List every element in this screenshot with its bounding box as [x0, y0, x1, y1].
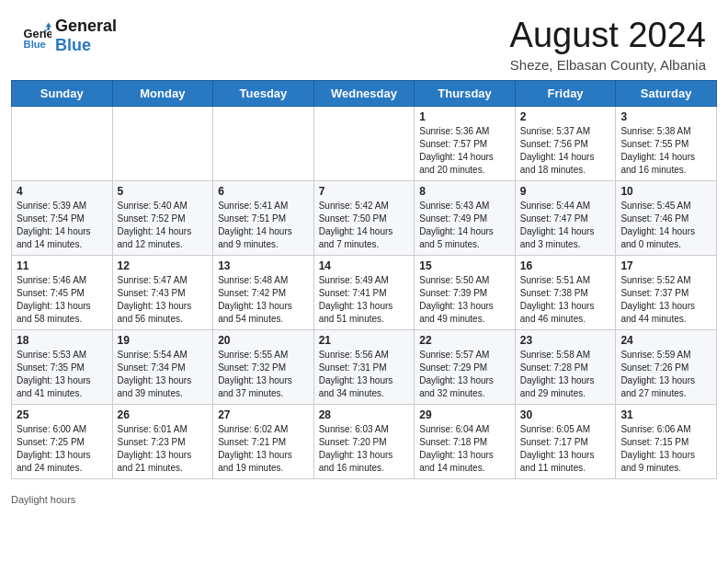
day-number: 12 [118, 259, 209, 272]
footer-note: Daylight hours [0, 490, 728, 512]
day-number: 15 [419, 259, 510, 272]
header-row: SundayMondayTuesdayWednesdayThursdayFrid… [12, 80, 717, 106]
calendar-cell: 19Sunrise: 5:54 AM Sunset: 7:34 PM Dayli… [112, 329, 213, 404]
day-of-week-header: Thursday [415, 80, 516, 106]
day-number: 2 [520, 110, 611, 123]
day-number: 17 [620, 259, 711, 272]
day-number: 20 [218, 334, 309, 347]
calendar-cell: 15Sunrise: 5:50 AM Sunset: 7:39 PM Dayli… [415, 255, 516, 329]
day-info: Sunrise: 5:43 AM Sunset: 7:49 PM Dayligh… [419, 200, 510, 251]
calendar-cell: 31Sunrise: 6:06 AM Sunset: 7:15 PM Dayli… [616, 404, 717, 478]
svg-text:Blue: Blue [24, 38, 46, 49]
day-number: 26 [118, 408, 209, 421]
day-number: 31 [620, 408, 711, 421]
calendar-cell: 4Sunrise: 5:39 AM Sunset: 7:54 PM Daylig… [12, 180, 113, 255]
day-info: Sunrise: 6:02 AM Sunset: 7:21 PM Dayligh… [218, 423, 309, 475]
calendar-cell: 1Sunrise: 5:36 AM Sunset: 7:57 PM Daylig… [415, 106, 516, 180]
calendar-header: SundayMondayTuesdayWednesdayThursdayFrid… [12, 80, 717, 106]
calendar-cell: 13Sunrise: 5:48 AM Sunset: 7:42 PM Dayli… [213, 255, 314, 329]
day-number: 1 [419, 110, 510, 123]
calendar-cell: 3Sunrise: 5:38 AM Sunset: 7:55 PM Daylig… [616, 106, 717, 180]
calendar-wrap: SundayMondayTuesdayWednesdayThursdayFrid… [0, 80, 728, 490]
day-info: Sunrise: 5:36 AM Sunset: 7:57 PM Dayligh… [419, 125, 510, 177]
calendar-cell: 29Sunrise: 6:04 AM Sunset: 7:18 PM Dayli… [415, 404, 516, 478]
title-block: August 2024 Sheze, Elbasan County, Alban… [510, 17, 706, 73]
day-number: 28 [319, 408, 410, 421]
day-info: Sunrise: 5:48 AM Sunset: 7:42 PM Dayligh… [218, 274, 309, 326]
calendar-week-row: 11Sunrise: 5:46 AM Sunset: 7:45 PM Dayli… [12, 255, 717, 329]
day-info: Sunrise: 5:52 AM Sunset: 7:37 PM Dayligh… [620, 274, 711, 326]
day-of-week-header: Friday [515, 80, 616, 106]
day-number: 21 [319, 334, 410, 347]
main-title: August 2024 [510, 17, 706, 55]
day-info: Sunrise: 5:46 AM Sunset: 7:45 PM Dayligh… [17, 274, 108, 326]
calendar-cell: 30Sunrise: 6:05 AM Sunset: 7:17 PM Dayli… [515, 404, 616, 478]
day-info: Sunrise: 5:53 AM Sunset: 7:35 PM Dayligh… [17, 349, 108, 400]
subtitle: Sheze, Elbasan County, Albania [510, 57, 706, 73]
day-of-week-header: Monday [112, 80, 213, 106]
day-number: 5 [118, 185, 209, 198]
calendar-cell: 18Sunrise: 5:53 AM Sunset: 7:35 PM Dayli… [12, 329, 113, 404]
day-info: Sunrise: 5:59 AM Sunset: 7:26 PM Dayligh… [620, 349, 711, 400]
header: General Blue General Blue August 2024 Sh… [0, 0, 728, 80]
calendar-cell: 26Sunrise: 6:01 AM Sunset: 7:23 PM Dayli… [112, 404, 213, 478]
day-number: 3 [620, 110, 711, 123]
day-of-week-header: Tuesday [213, 80, 314, 106]
day-number: 23 [520, 334, 611, 347]
calendar-cell: 22Sunrise: 5:57 AM Sunset: 7:29 PM Dayli… [415, 329, 516, 404]
day-info: Sunrise: 5:40 AM Sunset: 7:52 PM Dayligh… [118, 200, 209, 251]
day-number: 30 [520, 408, 611, 421]
day-info: Sunrise: 5:45 AM Sunset: 7:46 PM Dayligh… [620, 200, 711, 251]
day-info: Sunrise: 5:51 AM Sunset: 7:38 PM Dayligh… [520, 274, 611, 326]
calendar-cell: 10Sunrise: 5:45 AM Sunset: 7:46 PM Dayli… [616, 180, 717, 255]
calendar-cell: 12Sunrise: 5:47 AM Sunset: 7:43 PM Dayli… [112, 255, 213, 329]
calendar-week-row: 1Sunrise: 5:36 AM Sunset: 7:57 PM Daylig… [12, 106, 717, 180]
calendar-cell: 11Sunrise: 5:46 AM Sunset: 7:45 PM Dayli… [12, 255, 113, 329]
day-info: Sunrise: 5:55 AM Sunset: 7:32 PM Dayligh… [218, 349, 309, 400]
calendar-cell: 28Sunrise: 6:03 AM Sunset: 7:20 PM Dayli… [313, 404, 415, 478]
logo-line2: Blue [55, 36, 117, 55]
day-info: Sunrise: 5:49 AM Sunset: 7:41 PM Dayligh… [319, 274, 410, 326]
logo-icon: General Blue [22, 21, 51, 51]
calendar-body: 1Sunrise: 5:36 AM Sunset: 7:57 PM Daylig… [12, 106, 717, 478]
calendar-cell: 14Sunrise: 5:49 AM Sunset: 7:41 PM Dayli… [313, 255, 415, 329]
day-info: Sunrise: 6:01 AM Sunset: 7:23 PM Dayligh… [118, 423, 209, 475]
day-number: 7 [319, 185, 410, 198]
day-info: Sunrise: 5:54 AM Sunset: 7:34 PM Dayligh… [118, 349, 209, 400]
page-wrapper: General Blue General Blue August 2024 Sh… [0, 0, 728, 512]
day-number: 4 [17, 185, 108, 198]
day-number: 6 [218, 185, 309, 198]
day-info: Sunrise: 6:04 AM Sunset: 7:18 PM Dayligh… [419, 423, 510, 475]
calendar-cell: 24Sunrise: 5:59 AM Sunset: 7:26 PM Dayli… [616, 329, 717, 404]
calendar-cell [313, 106, 415, 180]
day-number: 19 [118, 334, 209, 347]
day-number: 8 [419, 185, 510, 198]
day-number: 22 [419, 334, 510, 347]
day-info: Sunrise: 5:38 AM Sunset: 7:55 PM Dayligh… [620, 125, 711, 177]
logo-line1: General [55, 17, 117, 36]
calendar-cell: 23Sunrise: 5:58 AM Sunset: 7:28 PM Dayli… [515, 329, 616, 404]
day-info: Sunrise: 5:47 AM Sunset: 7:43 PM Dayligh… [118, 274, 209, 326]
day-info: Sunrise: 5:44 AM Sunset: 7:47 PM Dayligh… [520, 200, 611, 251]
calendar-cell: 25Sunrise: 6:00 AM Sunset: 7:25 PM Dayli… [12, 404, 113, 478]
calendar-cell [112, 106, 213, 180]
calendar-week-row: 18Sunrise: 5:53 AM Sunset: 7:35 PM Dayli… [12, 329, 717, 404]
calendar-week-row: 4Sunrise: 5:39 AM Sunset: 7:54 PM Daylig… [12, 180, 717, 255]
day-info: Sunrise: 5:42 AM Sunset: 7:50 PM Dayligh… [319, 200, 410, 251]
calendar-cell: 16Sunrise: 5:51 AM Sunset: 7:38 PM Dayli… [515, 255, 616, 329]
day-number: 10 [620, 185, 711, 198]
day-number: 14 [319, 259, 410, 272]
calendar-cell: 7Sunrise: 5:42 AM Sunset: 7:50 PM Daylig… [313, 180, 415, 255]
day-info: Sunrise: 6:06 AM Sunset: 7:15 PM Dayligh… [620, 423, 711, 475]
day-number: 18 [17, 334, 108, 347]
day-number: 13 [218, 259, 309, 272]
day-info: Sunrise: 6:05 AM Sunset: 7:17 PM Dayligh… [520, 423, 611, 475]
day-number: 11 [17, 259, 108, 272]
day-of-week-header: Wednesday [313, 80, 415, 106]
calendar-cell: 6Sunrise: 5:41 AM Sunset: 7:51 PM Daylig… [213, 180, 314, 255]
day-info: Sunrise: 6:03 AM Sunset: 7:20 PM Dayligh… [319, 423, 410, 475]
logo: General Blue General Blue [22, 17, 117, 54]
day-info: Sunrise: 5:57 AM Sunset: 7:29 PM Dayligh… [419, 349, 510, 400]
day-info: Sunrise: 5:41 AM Sunset: 7:51 PM Dayligh… [218, 200, 309, 251]
calendar-cell: 27Sunrise: 6:02 AM Sunset: 7:21 PM Dayli… [213, 404, 314, 478]
